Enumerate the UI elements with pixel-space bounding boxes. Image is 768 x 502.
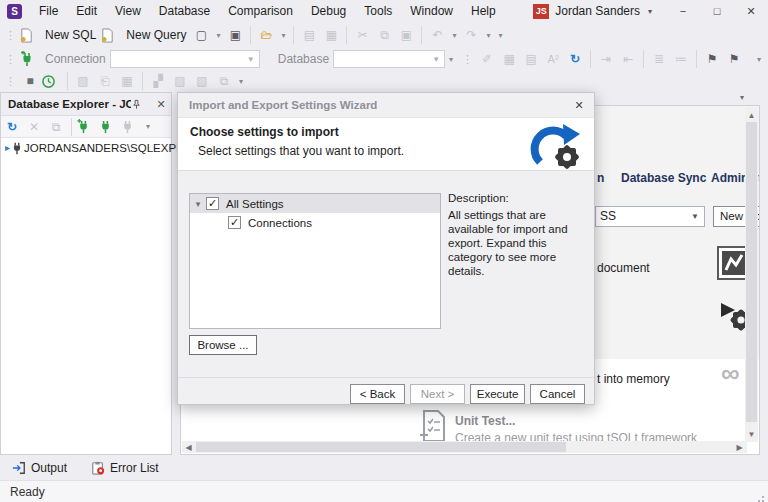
snippet-icon[interactable]: ▦ — [498, 52, 520, 66]
toolbar-overflow-caret-icon[interactable]: ▾ — [494, 31, 506, 40]
toolbar-grip[interactable]: ⋮ — [0, 75, 19, 88]
new-query-button[interactable]: New Query — [122, 28, 190, 42]
menu-debug[interactable]: Debug — [302, 0, 355, 22]
scroll-up-icon[interactable]: ▲ — [745, 111, 758, 120]
menu-comparison[interactable]: Comparison — [219, 0, 302, 22]
cancel-button[interactable]: Cancel — [530, 384, 585, 404]
user-menu-caret-icon[interactable]: ▾ — [648, 7, 652, 16]
master-detail-icon[interactable]: ⧉ — [213, 74, 235, 88]
vertical-scrollbar[interactable]: ▲ ▼ — [745, 108, 758, 442]
tab-partial[interactable]: n — [597, 171, 604, 185]
indent-increase-icon[interactable]: ⇥ — [595, 52, 617, 66]
connection-combobox-caret-icon[interactable]: ▼ — [243, 55, 259, 64]
scroll-right-icon[interactable]: ▶ — [733, 443, 746, 452]
unit-test-tile-icon[interactable] — [418, 409, 446, 443]
toolbar-grip[interactable]: ⋮ — [0, 29, 19, 42]
new-document-icon[interactable]: ▢ — [190, 28, 212, 42]
browse-button[interactable]: Browse ... — [189, 335, 257, 355]
resize-grip[interactable] — [762, 496, 764, 498]
copy-icon[interactable]: ⧉ — [373, 28, 395, 42]
tree-item-all-settings[interactable]: ▾ ✓ All Settings — [190, 194, 440, 213]
horizontal-scrollbar-thumb[interactable] — [196, 442, 566, 452]
new-connection-icon[interactable] — [19, 51, 41, 67]
minimize-button[interactable]: − — [666, 0, 700, 22]
redo-caret-icon[interactable]: ▾ — [482, 31, 494, 40]
save-icon[interactable]: ▤ — [298, 28, 320, 42]
vertical-scrollbar-thumb[interactable] — [746, 122, 757, 422]
undo-caret-icon[interactable]: ▾ — [448, 31, 460, 40]
close-button[interactable]: ✕ — [734, 0, 768, 22]
new-document-caret-icon[interactable]: ▾ — [212, 31, 224, 40]
undo-icon[interactable]: ↶ — [426, 28, 448, 42]
server-tree-item[interactable]: ▸ JORDANSANDERS\SQLEXPRESS — [1, 138, 171, 157]
horizontal-scrollbar[interactable]: ◀ ▶ — [182, 441, 747, 453]
next-bookmark-icon[interactable]: ⚑ — [723, 52, 745, 66]
tree-collapse-caret-icon[interactable]: ▾ — [190, 199, 206, 209]
maximize-button[interactable]: □ — [700, 0, 734, 22]
explorer-delete-icon[interactable]: ✕ — [23, 120, 45, 134]
save-all-icon[interactable]: ▦ — [320, 28, 342, 42]
open-file-icon[interactable]: 🗁 — [255, 28, 277, 42]
tree-item-connections[interactable]: ✓ Connections — [190, 213, 440, 232]
data-reports-icon[interactable]: ▧ — [191, 74, 213, 88]
export-data-icon[interactable]: ⎗ — [94, 74, 116, 88]
toolbar-overflow-caret-icon[interactable]: ▾ — [235, 77, 247, 86]
refresh-icon[interactable]: ↻ — [564, 52, 586, 66]
query-builder-icon[interactable]: ▞ — [147, 74, 169, 88]
cut-icon[interactable]: ✂ — [351, 28, 373, 42]
document-overflow-caret-icon[interactable]: ▾ — [740, 93, 744, 102]
pivot-table-icon[interactable]: ▦ — [116, 74, 138, 88]
query-profiler-icon[interactable]: ▧ — [72, 74, 94, 88]
uncomment-icon[interactable]: ≔ — [670, 52, 692, 66]
user-avatar[interactable]: JS — [533, 4, 549, 19]
explorer-new-connection-icon[interactable] — [76, 119, 98, 134]
tab-output[interactable]: Output — [0, 455, 79, 480]
execute-button[interactable]: Execute — [470, 384, 525, 404]
scroll-left-icon[interactable]: ◀ — [182, 443, 195, 452]
database-explorer-header[interactable]: Database Explorer - JOR... ✕ — [1, 93, 171, 116]
all-settings-checkbox[interactable]: ✓ — [206, 197, 219, 210]
explorer-disconnect-icon[interactable] — [120, 119, 142, 134]
tab-error-list[interactable]: Error List — [79, 455, 171, 480]
database-combobox[interactable]: ▼ — [333, 50, 445, 68]
user-name[interactable]: Jordan Sanders — [555, 4, 640, 18]
toolbar-grip[interactable]: ⋮ — [0, 53, 19, 66]
toolbar-grip[interactable]: ⋮ — [457, 53, 476, 66]
menu-window[interactable]: Window — [401, 0, 462, 22]
explorer-overflow-caret-icon[interactable]: ▾ — [142, 122, 154, 131]
start-page-combobox-caret-icon[interactable]: ▼ — [691, 207, 699, 226]
scroll-down-icon[interactable]: ▼ — [745, 430, 758, 439]
database-combobox-caret-icon[interactable]: ▼ — [428, 55, 444, 64]
bookmark-icon[interactable]: ⚑ — [701, 52, 723, 66]
panel-close-icon[interactable]: ✕ — [151, 98, 171, 111]
start-page-connection-combobox[interactable]: SS ▼ — [595, 206, 705, 227]
dialog-close-icon[interactable]: ✕ — [564, 99, 594, 112]
menu-database[interactable]: Database — [150, 0, 219, 22]
indent-decrease-icon[interactable]: ⇤ — [617, 52, 639, 66]
dialog-title-bar[interactable]: Import and Export Settings Wizard ✕ — [178, 93, 594, 117]
word-case-icon[interactable]: A² — [542, 53, 564, 65]
pin-icon[interactable] — [131, 99, 151, 110]
stop-icon[interactable]: ■ — [19, 74, 41, 88]
menu-file[interactable]: File — [30, 0, 67, 22]
open-file-caret-icon[interactable]: ▾ — [277, 31, 289, 40]
toolbar-overflow-caret-icon[interactable]: ▾ — [753, 55, 765, 64]
next-button[interactable]: Next > — [410, 384, 465, 404]
connection-combobox[interactable]: ▼ — [110, 50, 260, 68]
new-sql-button[interactable]: New SQL — [41, 28, 100, 42]
format-document-icon[interactable]: ✐ — [476, 52, 498, 66]
tab-database-sync[interactable]: Database Sync — [621, 171, 706, 185]
explorer-refresh-icon[interactable]: ↻ — [1, 120, 23, 134]
redo-icon[interactable]: ↷ — [460, 28, 482, 42]
database-caret-icon[interactable]: ▾ — [445, 55, 457, 64]
comment-icon[interactable]: ≣ — [648, 52, 670, 66]
code-folding-icon[interactable]: ▤ — [520, 52, 542, 66]
new-window-icon[interactable]: ▣ — [224, 28, 246, 42]
paste-icon[interactable]: ▣ — [395, 28, 417, 42]
menu-edit[interactable]: Edit — [67, 0, 106, 22]
explorer-duplicate-icon[interactable]: ⧉ — [45, 120, 67, 134]
menu-tools[interactable]: Tools — [355, 0, 401, 22]
connections-checkbox[interactable]: ✓ — [228, 216, 241, 229]
back-button[interactable]: < Back — [350, 384, 405, 404]
menu-help[interactable]: Help — [462, 0, 505, 22]
